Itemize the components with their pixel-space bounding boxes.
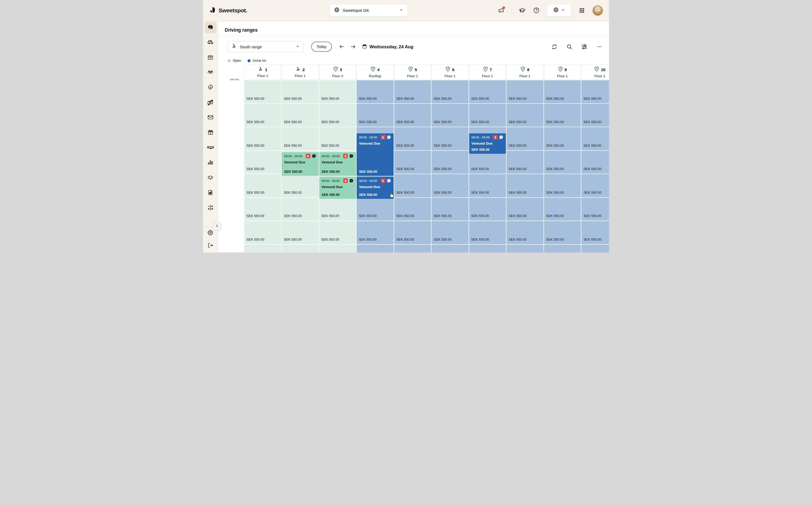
previous-day-button[interactable] [338,43,346,51]
slot-cell[interactable]: SEK 550.00 [544,221,581,245]
slot-cell[interactable]: SEK 550.00 [319,80,356,104]
slot-cell[interactable]: SEK 550.00 [394,174,431,198]
slot-cell[interactable]: SEK 550.00 [469,198,506,221]
date-picker[interactable]: Wednessday, 24 Aug [362,44,413,50]
slot-cell[interactable]: SEK 550.00 [282,80,319,104]
slot-cell[interactable]: SEK 550.00 [431,80,468,104]
booking-card[interactable]: 08:00 - 09:00$Vemund DueSEK 550.00 [319,152,356,176]
slot-cell[interactable]: SEK 550.00 [282,127,319,151]
slot-cell[interactable]: SEK 550.00 [282,104,319,128]
slot-cell[interactable]: SEK 550.00 [431,221,468,245]
slot-cell[interactable]: SEK 550.00 [431,198,468,221]
slot-cell[interactable]: SEK 550.00 [394,151,431,174]
sidebar-expand-button[interactable] [213,222,221,231]
slot-cell[interactable]: SEK 550.00 [394,104,431,128]
slot-cell[interactable]: SEK 550.00 [394,221,431,245]
booking-card[interactable]: 08:00 - 09:00$Vemund DueSEK 550.00 [319,177,356,199]
sidebar-item-insights[interactable] [205,172,217,184]
booking-card[interactable]: 08:00 - 09:00$Vemund DueSEK 550.00 [282,152,319,176]
slot-cell[interactable]: SEK 550.00 [469,80,506,104]
filters-icon[interactable] [581,43,587,50]
sidebar-item-payments[interactable] [205,97,217,109]
sidebar-item-reports[interactable] [205,157,217,169]
slot-cell[interactable]: SEK 550.00 [244,174,281,198]
slot-cell[interactable]: SEK 550.00 [319,245,356,253]
slot-cell[interactable]: SEK 550.00 [544,151,581,174]
slot-cell[interactable]: SEK 550.00 [544,80,581,104]
slot-cell[interactable]: SEK 550.00 [394,80,431,104]
slot-cell[interactable]: SEK 550.00 [244,245,281,253]
sidebar-item-partners[interactable] [205,142,217,154]
slot-cell[interactable]: SEK 550.00 [244,80,281,104]
slot-cell[interactable]: SEK 550.00 [394,245,431,253]
slot-cell[interactable]: SEK 550.00 [244,127,281,151]
slot-cell[interactable]: SEK 550.00 [319,198,356,221]
slot-cell[interactable]: SEK 550.00 [469,104,506,128]
slot-cell[interactable]: SEK 550.00 [507,198,543,221]
slot-cell[interactable]: SEK 550.00 [507,80,543,104]
sidebar-item-vouchers[interactable] [205,127,217,139]
slot-cell[interactable]: SEK 550.00 [507,104,543,128]
slot-cell[interactable]: SEK 550.00 [357,245,394,253]
slot-cell[interactable]: SEK 550.00 [581,245,609,253]
slot-cell[interactable]: SEK 550.00 [431,104,468,128]
sidebar-item-members[interactable] [205,67,217,78]
slot-cell[interactable]: SEK 550.00 [282,221,319,245]
slot-cell[interactable]: SEK 550.00 [544,127,581,151]
today-button[interactable]: Today [311,42,332,52]
slot-cell[interactable]: SEK 550.00 [431,151,468,174]
slot-cell[interactable]: SEK 550.00 [244,104,281,128]
slot-cell[interactable]: SEK 550.00 [507,127,543,151]
slot-cell[interactable]: SEK 550.00 [319,127,356,151]
slot-cell[interactable]: SEK 550.00 [357,80,394,104]
sidebar-item-memberships[interactable] [205,82,217,94]
range-selector[interactable]: South range [228,41,304,52]
sidebar-item-tee-sheet[interactable] [205,52,217,63]
avatar[interactable] [592,5,603,16]
slot-cell[interactable]: SEK 550.00 [544,174,581,198]
slot-cell[interactable]: SEK 550.00 [244,221,281,245]
slot-cell[interactable]: SEK 550.00 [431,174,468,198]
slot-cell[interactable]: SEK 550.00 [431,127,468,151]
booking-card[interactable]: 08:00 - 09:00$Vemund DueSEK 550.00 [357,177,394,199]
sidebar-item-bookings[interactable] [205,22,217,33]
sidebar-item-accounting[interactable] [205,202,217,214]
more-icon[interactable] [596,43,602,50]
slot-cell[interactable]: SEK 550.00 [581,174,609,198]
slot-cell[interactable]: SEK 550.00 [581,221,609,245]
search-icon[interactable] [566,43,572,50]
slot-cell[interactable]: SEK 550.00 [282,174,319,198]
language-selector[interactable] [547,4,571,17]
sidebar-item-logout[interactable] [205,240,216,252]
slot-cell[interactable]: SEK 550.00 [507,245,543,253]
slot-cell[interactable]: SEK 550.00 [394,127,431,151]
sidebar-item-invoices[interactable] [205,187,217,199]
apps-grid-icon[interactable] [578,7,585,14]
help-icon[interactable] [533,7,540,14]
slot-cell[interactable]: SEK 550.00 [581,104,609,128]
refresh-icon[interactable] [551,43,557,50]
slot-cell[interactable]: SEK 550.00 [357,104,394,128]
slot-cell[interactable]: SEK 550.00 [357,198,394,221]
slot-cell[interactable]: SEK 550.00 [507,221,543,245]
sidebar-item-rentals[interactable] [205,37,217,48]
slot-cell[interactable]: SEK 550.00 [469,221,506,245]
booking-card[interactable]: 08:00 - 09:00$Vemund DueSEK 550.00 [469,133,506,154]
slot-cell[interactable]: SEK 550.00 [282,198,319,221]
slot-cell[interactable]: SEK 550.00 [507,174,543,198]
slot-cell[interactable]: SEK 550.00 [244,151,281,174]
slot-cell[interactable]: SEK 550.00 [507,151,543,174]
slot-cell[interactable]: SEK 550.00 [581,198,609,221]
academy-icon[interactable] [519,7,526,14]
slot-cell[interactable]: SEK 550.00 [357,221,394,245]
slot-cell[interactable]: SEK 550.00 [469,245,506,253]
slot-cell[interactable]: SEK 550.00 [319,104,356,128]
slot-cell[interactable]: SEK 550.00 [244,198,281,221]
slot-cell[interactable]: SEK 550.00 [544,104,581,128]
slot-cell[interactable]: SEK 550.00 [581,151,609,174]
sidebar-item-messages[interactable] [205,112,217,124]
club-selector[interactable]: Sweetspot GK [329,4,408,17]
slot-cell[interactable]: SEK 550.00 [319,221,356,245]
slot-cell[interactable]: SEK 550.00 [544,245,581,253]
slot-cell[interactable]: SEK 550.00 [431,245,468,253]
